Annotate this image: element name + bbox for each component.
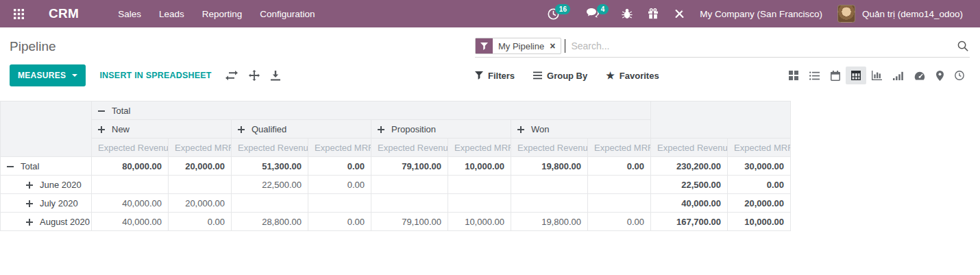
pivot-row-header-june-2020[interactable]: June 2020 — [1, 176, 92, 194]
pivot-cell: 230,200.00 — [651, 157, 728, 176]
kanban-view-button[interactable] — [783, 67, 804, 84]
pivot-col-header-new[interactable]: New — [92, 120, 232, 139]
pivot-cell — [511, 176, 588, 194]
expand-all-icon — [249, 70, 260, 81]
pivot-cell: 22,500.00 — [232, 176, 308, 194]
download-icon — [271, 71, 280, 81]
measure-header-expected-revenue[interactable]: Expected Revenue — [371, 139, 448, 157]
flip-axis-icon — [225, 71, 238, 80]
group-by-menu-button[interactable]: Group By — [533, 71, 587, 81]
menu-configuration[interactable]: Configuration — [251, 0, 323, 27]
pivot-cell: 0.00 — [308, 157, 371, 176]
cohort-view-icon — [893, 71, 903, 80]
control-panel: Pipeline My Pipeline × MEASURES INSERT I… — [0, 27, 980, 96]
filters-menu-button[interactable]: Filters — [475, 71, 515, 81]
pivot-col-header-qualified[interactable]: Qualified — [232, 120, 371, 139]
pivot-cell: 19,800.00 — [511, 157, 588, 176]
pivot-cell: 0.00 — [169, 213, 232, 231]
dashboard-view-button[interactable] — [909, 67, 931, 84]
measure-header-expected-mrr[interactable]: Expected MRR — [448, 139, 511, 157]
app-title[interactable]: CRM — [49, 6, 79, 21]
filters-label: Filters — [488, 71, 515, 81]
pivot-cell: 40,000.00 — [92, 194, 169, 213]
map-view-button[interactable] — [931, 67, 949, 85]
pivot-cell: 19,800.00 — [511, 213, 588, 231]
list-view-icon — [809, 71, 820, 80]
search-icon[interactable] — [957, 40, 968, 51]
pivot-cell — [511, 194, 588, 213]
pivot-row-header-july-2020[interactable]: July 2020 — [1, 194, 92, 213]
debug-menu[interactable] — [614, 0, 640, 27]
pivot-view: TotalNewQualifiedPropositionWonExpected … — [0, 101, 980, 231]
search-input[interactable] — [565, 40, 957, 51]
pivot-row-header-august-2020[interactable]: August 2020 — [1, 213, 92, 231]
activity-menu[interactable]: 16 — [540, 0, 567, 27]
facet-label: My Pipeline — [498, 41, 544, 51]
flip-axis-button[interactable] — [225, 71, 238, 80]
calendar-view-button[interactable] — [825, 67, 846, 85]
company-switcher[interactable]: My Company (San Francisco) — [693, 9, 829, 19]
pivot-cell: 40,000.00 — [651, 194, 728, 213]
graph-view-button[interactable] — [866, 67, 887, 84]
search-options-bar: Filters Group By ★ Favorites — [475, 58, 970, 96]
facet-remove-button[interactable]: × — [550, 41, 555, 51]
user-avatar[interactable] — [837, 5, 855, 23]
dashboard-view-icon — [914, 71, 925, 80]
pivot-row-header-total[interactable]: Total — [1, 157, 92, 176]
list-view-button[interactable] — [804, 67, 825, 84]
measure-header-expected-mrr[interactable]: Expected MRR — [588, 139, 651, 157]
user-menu[interactable]: Quản trị (demo14_odoo) — [855, 9, 970, 19]
measure-header-expected-revenue[interactable]: Expected Revenue — [511, 139, 588, 157]
pivot-corner-cell — [1, 101, 92, 157]
measures-button[interactable]: MEASURES — [10, 64, 86, 86]
cohort-view-button[interactable] — [887, 67, 909, 84]
menu-reporting[interactable]: Reporting — [193, 0, 252, 27]
insert-in-spreadsheet-button[interactable]: INSERT IN SPREADSHEET — [99, 71, 211, 80]
pivot-col-header-total[interactable]: Total — [92, 101, 651, 120]
pivot-cell: 20,000.00 — [169, 157, 232, 176]
pivot-cell: 40,000.00 — [92, 213, 169, 231]
measure-header-expected-mrr[interactable]: Expected MRR — [169, 139, 232, 157]
page-title: Pipeline — [10, 29, 475, 57]
menu-sales[interactable]: Sales — [109, 0, 150, 27]
expand-all-button[interactable] — [249, 70, 260, 81]
pivot-col-header-proposition[interactable]: Proposition — [371, 120, 511, 139]
kanban-view-icon — [789, 71, 798, 80]
apps-menu-button[interactable] — [10, 9, 28, 19]
pivot-cell: 80,000.00 — [92, 157, 169, 176]
pivot-cell — [371, 176, 448, 194]
top-navbar: CRM Sales Leads Reporting Configuration … — [0, 0, 980, 27]
pivot-col-header-won[interactable]: Won — [511, 120, 651, 139]
pivot-cell — [169, 176, 232, 194]
view-switcher — [783, 67, 970, 85]
pivot-cell — [232, 194, 308, 213]
facet-filter-icon — [476, 38, 493, 53]
pivot-cell — [448, 194, 511, 213]
measure-header-expected-revenue[interactable]: Expected Revenue — [232, 139, 308, 157]
favorites-menu-button[interactable]: ★ Favorites — [606, 71, 659, 81]
search-bar: My Pipeline × — [475, 35, 970, 58]
star-icon: ★ — [606, 71, 615, 80]
apps-grid-icon — [14, 9, 24, 19]
pivot-view-button[interactable] — [846, 67, 866, 84]
pivot-cell: 10,000.00 — [448, 213, 511, 231]
expand-icon — [378, 126, 384, 133]
pivot-cell — [92, 176, 169, 194]
main-menu: Sales Leads Reporting Configuration — [109, 0, 323, 27]
menu-leads[interactable]: Leads — [150, 0, 193, 27]
activity-view-button[interactable] — [949, 67, 970, 84]
bug-icon — [622, 8, 633, 19]
expand-icon — [517, 126, 524, 133]
measure-header-expected-mrr[interactable]: Expected MRR — [728, 139, 791, 157]
calendar-view-icon — [831, 71, 840, 81]
pivot-cell: 30,000.00 — [728, 157, 791, 176]
gift-menu[interactable] — [640, 0, 666, 27]
measure-header-expected-mrr[interactable]: Expected MRR — [308, 139, 371, 157]
tools-menu[interactable] — [666, 0, 693, 27]
measure-header-expected-revenue[interactable]: Expected Revenue — [92, 139, 169, 157]
measure-header-expected-revenue[interactable]: Expected Revenue — [651, 139, 728, 157]
messages-menu[interactable]: 4 — [579, 0, 607, 27]
group-by-label: Group By — [547, 71, 587, 81]
download-button[interactable] — [271, 71, 280, 81]
expand-icon — [26, 200, 33, 207]
